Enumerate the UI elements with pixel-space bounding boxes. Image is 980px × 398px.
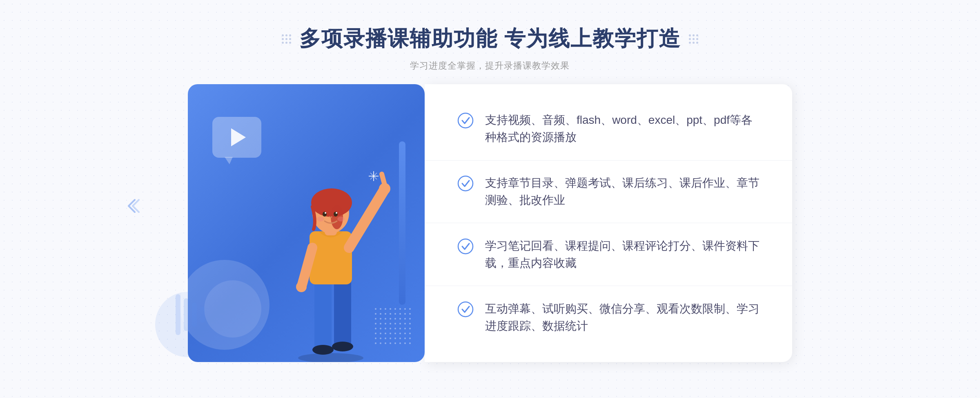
svg-point-25 [458,113,473,128]
header-section: 多项录播课辅助功能 专为线上教学打造 学习进度全掌握，提升录播课教学效果 [282,0,698,84]
svg-rect-30 [184,298,189,331]
feature-item-2: 支持章节目录、弹题考试、课后练习、课后作业、章节测验、批改作业 [457,174,760,209]
feature-text-1: 支持视频、音频、flash、word、excel、ppt、pdf等各种格式的资源… [485,112,760,146]
feature-item-4: 互动弹幕、试听购买、微信分享、观看次数限制、学习进度跟踪、数据统计 [457,300,760,335]
svg-line-6 [349,190,384,248]
feature-item-3: 学习笔记回看、课程提问、课程评论打分、课件资料下载，重点内容收藏 [457,237,760,272]
svg-point-28 [458,302,473,317]
title-wrapper: 多项录播课辅助功能 专为线上教学打造 [282,25,698,53]
divider-3 [425,286,792,286]
page-container: 多项录播课辅助功能 专为线上教学打造 学习进度全掌握，提升录播课教学效果 [0,0,980,398]
svg-rect-29 [176,294,180,335]
play-icon [231,128,246,146]
page-subtitle: 学习进度全掌握，提升录播课教学效果 [282,60,698,72]
svg-rect-32 [200,306,205,323]
illustration-card [188,84,425,362]
svg-point-3 [312,345,334,355]
person-illustration [270,150,392,362]
main-content: 支持视频、音频、flash、word、excel、ppt、pdf等各种格式的资源… [163,84,817,362]
feature-text-4: 互动弹幕、试听购买、微信分享、观看次数限制、学习进度跟踪、数据统计 [485,300,760,335]
svg-point-20 [337,217,345,221]
left-chevron-decoration [122,196,143,218]
check-icon-1 [457,112,474,129]
svg-point-17 [325,212,326,214]
deco-circle-2 [204,280,261,338]
page-title: 多项录播课辅助功能 专为线上教学打造 [299,25,681,53]
divider-2 [425,223,792,223]
check-icon-4 [457,301,474,318]
left-dots-decoration [282,34,291,44]
accent-bar [399,141,405,305]
feature-text-2: 支持章节目录、弹题考试、课后练习、课后作业、章节测验、批改作业 [485,174,760,209]
svg-point-4 [332,342,353,351]
right-dots-decoration [689,34,698,44]
feature-text-3: 学习笔记回看、课程提问、课程评论打分、课件资料下载，重点内容收藏 [485,237,760,272]
svg-rect-2 [334,276,351,346]
check-icon-3 [457,238,474,255]
svg-rect-31 [192,302,197,327]
divider-1 [425,160,792,161]
svg-point-10 [296,282,307,292]
svg-point-26 [458,176,473,191]
svg-point-27 [458,239,473,254]
svg-point-0 [298,353,363,362]
svg-rect-1 [314,276,332,350]
svg-rect-5 [310,231,352,284]
check-icon-2 [457,175,474,192]
svg-point-19 [317,217,324,221]
stripe-decoration [176,294,208,337]
svg-line-8 [382,174,385,185]
features-panel: 支持视频、音频、flash、word、excel、ppt、pdf等各种格式的资源… [425,84,792,362]
svg-point-18 [336,212,337,214]
play-bubble [212,117,261,158]
feature-item-1: 支持视频、音频、flash、word、excel、ppt、pdf等各种格式的资源… [457,112,760,146]
